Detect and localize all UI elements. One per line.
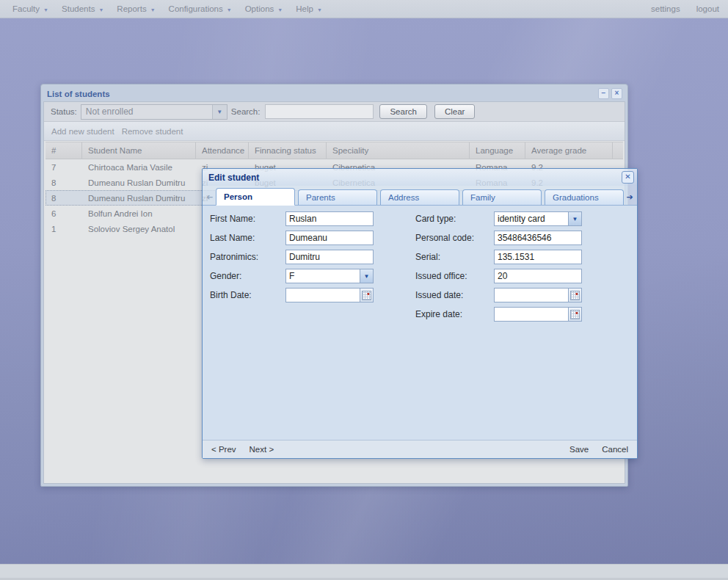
- search-input[interactable]: [265, 104, 374, 119]
- minimize-button[interactable]: −: [598, 88, 609, 99]
- birth-date-datefield: [285, 288, 374, 302]
- chevron-down-icon[interactable]: ▼: [568, 212, 581, 225]
- prev-button[interactable]: < Prev: [211, 445, 236, 454]
- status-dropdown-value: Not enrolled: [81, 106, 212, 117]
- tabs: PersonParentsAddressFamilyGraduations: [216, 188, 624, 205]
- first-name-field: [285, 211, 374, 226]
- column-header-average-grade[interactable]: Average grade: [525, 142, 613, 159]
- calendar-icon[interactable]: [360, 289, 373, 302]
- field-label: Personal code:: [415, 233, 494, 243]
- clear-button[interactable]: Clear: [434, 104, 475, 119]
- column-header-student-name[interactable]: Student Name: [82, 142, 196, 159]
- column-header-language[interactable]: Language: [470, 142, 525, 159]
- tab-address[interactable]: Address: [380, 189, 459, 205]
- dialog-title: Edit student: [208, 173, 259, 183]
- cell-name: Bolfun Andrei Ion: [82, 209, 196, 218]
- chevron-down-icon[interactable]: ▼: [212, 105, 227, 119]
- search-button[interactable]: Search: [379, 104, 426, 119]
- form-column-right: Card type:identity card▼Personal code:Se…: [415, 209, 592, 324]
- gender-dropdown[interactable]: F▼: [285, 269, 374, 283]
- tab-graduations[interactable]: Graduations: [545, 189, 624, 205]
- field-label: Card type:: [415, 214, 494, 224]
- column-header-filler: [613, 142, 623, 159]
- cell-name: Chirtoaca Maria Vasile: [82, 163, 196, 172]
- serial-input[interactable]: [495, 250, 581, 264]
- logout-link[interactable]: logout: [696, 4, 719, 13]
- form-column-left: First Name:Last Name:Patronimics:Gender:…: [210, 209, 386, 305]
- menu-item-students[interactable]: Students▼: [55, 2, 110, 15]
- issued-office-field: [494, 269, 582, 283]
- card-type-dropdown[interactable]: identity card▼: [494, 211, 582, 226]
- cell-name: Dumeanu Ruslan Dumitru: [82, 194, 196, 203]
- dialog-close-button[interactable]: ✕: [622, 171, 634, 184]
- field-label: Last Name:: [210, 233, 285, 243]
- field-expire-date: Expire date:: [415, 305, 592, 324]
- tab-person[interactable]: Person: [216, 188, 295, 206]
- calendar-icon[interactable]: [568, 308, 581, 321]
- field-personal-code: Personal code:: [415, 228, 592, 247]
- dialog-tabstrip: ➔ PersonParentsAddressFamilyGraduations …: [203, 186, 637, 206]
- column-header-speciality[interactable]: Speciality: [327, 142, 470, 159]
- issued-office-input[interactable]: [495, 269, 581, 283]
- status-dropdown[interactable]: Not enrolled ▼: [81, 104, 228, 120]
- status-label: Status:: [51, 107, 77, 116]
- menu-item-label: Students: [62, 4, 95, 13]
- first-name-input[interactable]: [286, 212, 373, 225]
- menu-item-label: Faculty: [12, 4, 40, 13]
- calendar-grid-icon: [570, 310, 580, 319]
- calendar-grid-icon: [570, 291, 580, 300]
- menu-right: settingslogout: [651, 4, 728, 13]
- tab-scroll-left-icon[interactable]: ➔: [204, 189, 216, 205]
- field-last-name: Last Name:: [210, 228, 386, 247]
- field-label: Serial:: [415, 252, 494, 262]
- field-issued-date: Issued date:: [415, 286, 592, 305]
- close-button[interactable]: ×: [611, 88, 622, 99]
- cell-name: Dumeanu Ruslan Dumitru: [82, 178, 196, 187]
- patronimics-input[interactable]: [286, 250, 373, 264]
- menu-item-label: Reports: [117, 4, 146, 13]
- field-first-name: First Name:: [210, 209, 386, 228]
- cell-num: 1: [46, 225, 82, 233]
- field-label: Expire date:: [415, 309, 494, 319]
- search-label: Search:: [231, 107, 261, 116]
- last-name-input[interactable]: [286, 231, 373, 244]
- tab-parents[interactable]: Parents: [298, 189, 377, 205]
- serial-field: [494, 250, 582, 264]
- settings-link[interactable]: settings: [651, 4, 680, 13]
- menu-item-faculty[interactable]: Faculty▼: [6, 2, 55, 15]
- field-birth-date: Birth Date:: [210, 286, 386, 305]
- personal-code-input[interactable]: [495, 231, 581, 244]
- next-button[interactable]: Next >: [250, 445, 274, 454]
- menu-item-configurations[interactable]: Configurations▼: [162, 2, 239, 15]
- menu-item-help[interactable]: Help▼: [289, 2, 329, 15]
- save-button[interactable]: Save: [569, 445, 589, 454]
- personal-code-field: [494, 231, 582, 245]
- field-label: Birth Date:: [210, 290, 285, 300]
- add-new-student-link[interactable]: Add new student: [51, 127, 114, 136]
- menu-item-reports[interactable]: Reports▼: [110, 2, 161, 15]
- cell-num: 8: [46, 178, 82, 187]
- calendar-grid-icon: [362, 291, 371, 300]
- cell-num: 6: [46, 209, 82, 218]
- calendar-icon[interactable]: [568, 289, 581, 302]
- tab-family[interactable]: Family: [462, 189, 542, 205]
- patronimics-field: [285, 250, 374, 264]
- menu-item-options[interactable]: Options▼: [239, 2, 290, 15]
- dialog-titlebar[interactable]: Edit student ✕: [203, 169, 637, 186]
- remove-student-link[interactable]: Remove student: [122, 127, 183, 136]
- issued-date-datefield: [494, 288, 582, 302]
- tab-scroll-right-icon[interactable]: ➔: [624, 189, 636, 205]
- field-label: First Name:: [210, 214, 285, 224]
- column-header-attendance[interactable]: Attendance: [196, 142, 249, 159]
- menu-item-label: Configurations: [169, 4, 223, 13]
- menu-item-label: Help: [296, 4, 313, 13]
- dialog-footer: < Prev Next > Save Cancel: [203, 440, 637, 458]
- dropdown-value: identity card: [495, 212, 569, 225]
- cell-name: Soloviov Sergey Anatol: [82, 225, 196, 233]
- column-header-[interactable]: #: [46, 142, 82, 159]
- window-titlebar[interactable]: List of students − ×: [43, 86, 625, 101]
- cancel-button[interactable]: Cancel: [602, 445, 628, 454]
- chevron-down-icon[interactable]: ▼: [360, 269, 373, 283]
- window-title: List of students: [47, 90, 110, 98]
- column-header-finnacing-status[interactable]: Finnacing status: [249, 142, 327, 159]
